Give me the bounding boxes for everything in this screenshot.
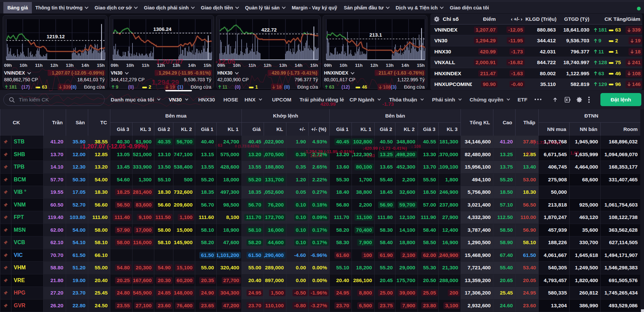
svg-text:422.72: 422.72 bbox=[261, 27, 277, 33]
svg-text:1219.12: 1219.12 bbox=[47, 34, 65, 39]
svg-text:213.1: 213.1 bbox=[369, 32, 382, 38]
svg-text:1306.24: 1306.24 bbox=[153, 26, 172, 32]
